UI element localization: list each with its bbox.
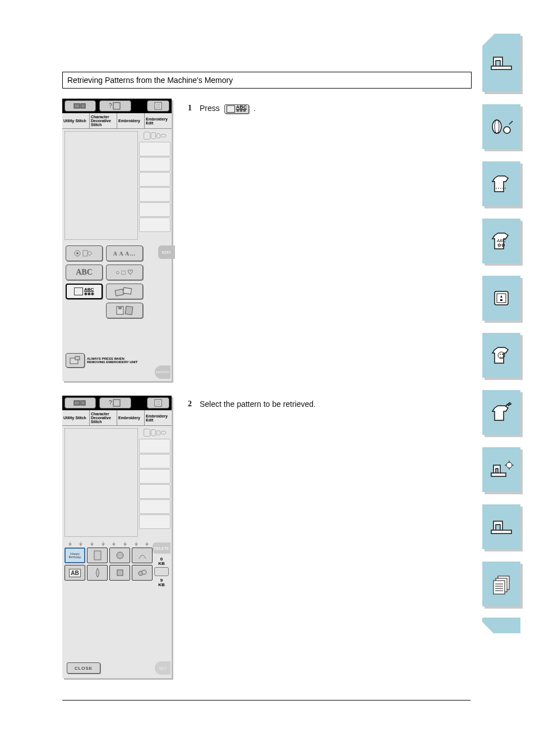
category-font-button[interactable]: A A A… bbox=[106, 245, 143, 261]
hoop-selector[interactable] bbox=[139, 130, 170, 141]
toolbar-btn-3[interactable] bbox=[147, 397, 169, 409]
shirt-abc-icon: ABC✿✿ bbox=[489, 230, 514, 252]
svg-point-41 bbox=[500, 354, 501, 355]
thread-slot bbox=[139, 484, 170, 499]
screen2-tabs: Utility Stitch Character Decorative Stit… bbox=[62, 410, 172, 426]
svg-text:?: ? bbox=[109, 400, 112, 406]
remove-unit-button[interactable] bbox=[66, 353, 85, 368]
disk-icon bbox=[489, 287, 514, 309]
size-current: 0KB bbox=[153, 557, 170, 566]
svg-line-34 bbox=[509, 121, 513, 124]
floral-icon bbox=[73, 248, 95, 258]
svg-point-9 bbox=[76, 252, 79, 254]
svg-rect-12 bbox=[123, 287, 131, 294]
memory-thumb-5[interactable]: AB bbox=[64, 565, 85, 581]
tab-embroidery-edit[interactable]: Embroidery Edit bbox=[145, 113, 172, 128]
hoop-icon bbox=[151, 429, 156, 436]
hoop-icon bbox=[144, 132, 150, 140]
memory-thumb-1[interactable]: Happy Birthday bbox=[64, 548, 85, 563]
toolbar-btn-1[interactable] bbox=[64, 397, 96, 409]
svg-rect-28 bbox=[117, 570, 123, 576]
hoop-icon bbox=[144, 429, 150, 437]
chapter-tab-8[interactable] bbox=[482, 447, 520, 492]
svg-point-33 bbox=[504, 127, 510, 133]
chapter-tab-10[interactable] bbox=[482, 562, 520, 606]
preview-canvas bbox=[64, 428, 138, 537]
category-shapes-button[interactable]: ○ □ ♡ bbox=[106, 265, 143, 280]
tab-embroidery-edit[interactable]: Embroidery Edit bbox=[145, 410, 172, 425]
set-button[interactable]: SET bbox=[155, 661, 170, 675]
toolbar-btn-2[interactable]: ? bbox=[99, 100, 131, 112]
thumb-icon bbox=[116, 568, 124, 577]
thumb-icon bbox=[137, 568, 147, 578]
memory-right-col: DELETE 0KB 9KB bbox=[153, 542, 170, 587]
tab-char-deco[interactable]: Character Decorative Stitch bbox=[90, 410, 117, 425]
hoop-icon bbox=[151, 132, 156, 139]
tab-utility-stitch[interactable]: Utility Stitch bbox=[62, 113, 90, 128]
svg-rect-21 bbox=[113, 400, 120, 406]
chapter-tab-3[interactable] bbox=[482, 161, 520, 206]
thumb-icon bbox=[137, 550, 147, 560]
category-disk-button[interactable] bbox=[106, 303, 143, 318]
thread-slot bbox=[139, 454, 170, 469]
memory-thumb-2[interactable] bbox=[87, 548, 108, 563]
toolbar-btn-2[interactable]: ? bbox=[99, 397, 131, 409]
memory-thumb-6[interactable] bbox=[87, 565, 108, 581]
sewing-button[interactable]: SEWING bbox=[155, 365, 170, 379]
chapter-tab-4[interactable]: ABC✿✿ bbox=[482, 219, 520, 263]
hoop-icon bbox=[156, 133, 160, 138]
delete-button[interactable]: DELETE bbox=[153, 542, 170, 554]
tab-utility-stitch[interactable]: Utility Stitch bbox=[62, 410, 90, 425]
presser-icon bbox=[74, 400, 86, 406]
step-1-number: 1 bbox=[188, 103, 192, 114]
svg-rect-3 bbox=[113, 103, 120, 109]
edit-button[interactable]: EDIT bbox=[158, 245, 175, 259]
machine2-icon bbox=[489, 516, 514, 538]
toolbar-btn-3[interactable] bbox=[147, 100, 169, 112]
memory-icon bbox=[154, 567, 169, 576]
chapter-tab-5[interactable] bbox=[482, 276, 520, 321]
chapter-tab-6[interactable] bbox=[482, 333, 520, 378]
screen1-tabs: Utility Stitch Character Decorative Stit… bbox=[62, 113, 172, 129]
chapter-tab-9[interactable] bbox=[482, 504, 520, 549]
step-1-text: Press ABC ✻✻✻ . bbox=[200, 103, 256, 114]
svg-rect-14 bbox=[118, 307, 122, 309]
chapter-tab-1[interactable] bbox=[482, 34, 520, 92]
memory-thumb-4[interactable] bbox=[132, 548, 153, 563]
svg-text:✿✿: ✿✿ bbox=[497, 243, 505, 248]
category-floral-button[interactable] bbox=[66, 245, 103, 261]
close-button[interactable]: CLOSE bbox=[67, 662, 100, 674]
category-abc-button[interactable]: ABC bbox=[66, 265, 103, 280]
tab-embroidery[interactable]: Embroidery bbox=[117, 410, 145, 425]
thread-slot bbox=[139, 514, 170, 529]
chapter-tab-2[interactable] bbox=[482, 104, 520, 149]
toolbar-btn-1[interactable] bbox=[64, 100, 96, 112]
hoop-selector[interactable] bbox=[139, 427, 170, 438]
memory-thumb-7[interactable] bbox=[109, 565, 130, 581]
svg-point-27 bbox=[117, 552, 123, 559]
machine-screen-1: ? Utility Stitch Character Decorative St… bbox=[62, 99, 172, 381]
toolbar-spacer bbox=[135, 100, 144, 112]
category-cards-button[interactable] bbox=[106, 284, 143, 299]
footer-rule bbox=[62, 700, 471, 701]
svg-rect-1 bbox=[81, 104, 85, 108]
hoop-icon bbox=[161, 431, 166, 434]
category-memory-button[interactable]: ABC ✻✻✻ bbox=[66, 284, 103, 299]
tab-embroidery[interactable]: Embroidery bbox=[117, 113, 145, 128]
unit-icon bbox=[70, 356, 81, 365]
memory-thumb-3[interactable] bbox=[109, 548, 130, 563]
svg-rect-17 bbox=[75, 356, 80, 360]
cards-icon bbox=[113, 286, 136, 296]
section-title: Retrieving Patterns from the Machine's M… bbox=[62, 72, 472, 89]
section-title-text: Retrieving Patterns from the Machine's M… bbox=[67, 76, 233, 85]
maintenance-icon bbox=[489, 458, 514, 481]
toolbar-spacer bbox=[135, 397, 144, 409]
svg-rect-18 bbox=[74, 401, 80, 405]
memory-thumb-8[interactable] bbox=[132, 565, 153, 581]
screen1-canvas-area bbox=[62, 129, 172, 242]
tab-char-deco[interactable]: Character Decorative Stitch bbox=[90, 113, 117, 128]
chapter-tab-7[interactable] bbox=[482, 390, 520, 435]
screen2-toolbar: ? bbox=[62, 396, 172, 410]
screen2-canvas-area bbox=[62, 426, 172, 539]
svg-rect-15 bbox=[125, 306, 133, 315]
